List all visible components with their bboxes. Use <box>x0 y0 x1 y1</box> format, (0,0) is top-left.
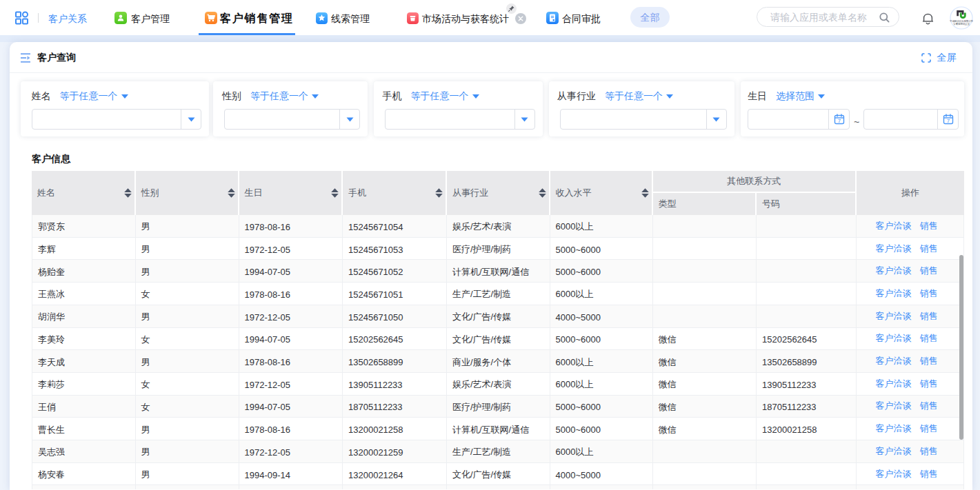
svg-text:7: 7 <box>837 118 841 124</box>
svg-text:专業版测试企业: 专業版测试企业 <box>953 22 970 25</box>
svg-text:宁波帆软软件有限公司: 宁波帆软软件有限公司 <box>950 19 973 23</box>
svg-text:7: 7 <box>946 118 950 124</box>
